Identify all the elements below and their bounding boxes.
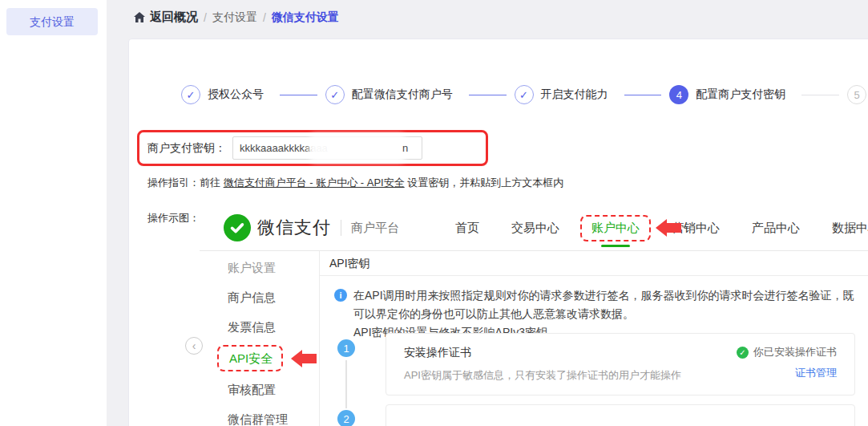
certificate-status-text: 你已安装操作证书 (753, 345, 837, 359)
install-certificate-card: 安装操作证书 API密钥属于敏感信息，只有安装了操作证书的用户才能操作 ✓ 你已… (386, 333, 855, 396)
api-key-info: i 在API调用时用来按照指定规则对你的请求参数进行签名，服务器收到你的请求时会… (320, 276, 868, 342)
demo-nav-links: 首页 交易中心 账户中心 营销中心 产品中心 数据中心 (455, 221, 868, 236)
demo-menu-review-config: 审核配置 (200, 375, 319, 404)
wechat-pay-logo-icon (224, 214, 251, 241)
merchant-key-highlight-box: 商户支付密钥： n (137, 130, 488, 166)
sidebar-item-payment-settings[interactable]: 支付设置 (6, 8, 98, 35)
stepper-connector (801, 95, 839, 95)
step-enable-payment: ✓ 开启支付能力 (515, 85, 616, 104)
wechat-pay-setup-card: ✓ 授权公众号 ✓ 配置微信支付商户号 ✓ 开启支付能力 4 配置商户支付密钥 … (128, 39, 868, 426)
merchant-key-label: 商户支付密钥： (147, 141, 226, 156)
red-arrow-icon (656, 219, 681, 237)
merchant-platform-demo-screenshot: 微信支付 商户平台 首页 交易中心 账户中心 营销中心 产品中心 数据中 (200, 205, 868, 426)
demo-menu-merchant-info: 商户信息 (200, 282, 319, 312)
demo-logo-text: 微信支付 (257, 216, 331, 240)
merchant-key-input-wrap: n (232, 136, 422, 160)
nav-divider (341, 220, 341, 236)
demo-nav-account-center-label: 账户中心 (591, 221, 640, 234)
breadcrumb-parent-link[interactable]: 支付设置 (212, 10, 257, 25)
demo-portal-label: 商户平台 (351, 221, 399, 236)
step-check-icon: ✓ (515, 85, 534, 104)
step-authorize-official-account: ✓ 授权公众号 (181, 85, 272, 104)
carousel-prev-button[interactable]: ‹ (185, 337, 203, 355)
demo-nav-product-center: 产品中心 (752, 221, 800, 236)
step-number: 4 (669, 85, 688, 104)
stepper-connector (624, 95, 662, 95)
demo-menu-api-security: API安全 (217, 345, 283, 371)
active-tab-underline (601, 245, 630, 247)
step-configure-payment-key: 4 配置商户支付密钥 (669, 85, 793, 104)
step-label: 开启支付能力 (541, 87, 608, 102)
card-description: API密钥属于敏感信息，只有安装了操作证书的用户才能操作 (404, 368, 837, 383)
merchant-key-input[interactable] (232, 136, 422, 160)
stepper-connector (469, 95, 507, 95)
breadcrumb-current[interactable]: 微信支付设置 (272, 10, 339, 25)
step-label: 配置微信支付商户号 (352, 87, 453, 102)
next-step-card (386, 404, 855, 426)
timeline-connector (345, 360, 347, 408)
demo-side-menu: 账户设置 商户信息 发票信息 API安全 审核配置 微信群管理 (200, 251, 320, 426)
step-label: 授权公众号 (208, 87, 264, 102)
guide-prefix: 前往 (200, 176, 224, 189)
demo-content-panel: API密钥 i 在API调用时用来按照指定规则对你的请求参数进行签名，服务器收到… (320, 251, 868, 426)
demo-top-nav: 微信支付 商户平台 首页 交易中心 账户中心 营销中心 产品中心 数据中 (200, 205, 868, 251)
stepper-connector (280, 95, 317, 95)
api-key-panel-title: API密钥 (320, 251, 868, 276)
info-line-1: 在API调用时用来按照指定规则对你的请求参数进行签名，服务器收到你的请求时会进行… (353, 286, 857, 323)
left-sidebar: 支付设置 (0, 0, 107, 426)
certificate-manage-link: 证书管理 (795, 366, 837, 380)
red-arrow-icon (291, 350, 317, 367)
demo-menu-api-security-label: API安全 (229, 351, 273, 365)
breadcrumb: 返回概况 / 支付设置 / 微信支付设置 (133, 10, 339, 25)
demo-image-label: 操作示图： (147, 211, 200, 225)
home-icon (133, 11, 146, 24)
guide-suffix: 设置密钥，并粘贴到上方文本框内 (405, 176, 564, 189)
setup-stepper: ✓ 授权公众号 ✓ 配置微信支付商户号 ✓ 开启支付能力 4 配置商户支付密钥 … (181, 85, 866, 104)
demo-nav-home: 首页 (455, 221, 479, 236)
operation-guide: 操作指引：前往 微信支付商户平台 - 账户中心 - API安全 设置密钥，并粘贴… (147, 176, 563, 190)
demo-step-1-badge: 1 (337, 339, 355, 357)
success-check-icon: ✓ (737, 347, 749, 359)
breadcrumb-home-label: 返回概况 (150, 10, 198, 25)
step-label: 配置商户支付密钥 (696, 87, 785, 102)
chevron-left-icon: ‹ (192, 339, 196, 352)
step-check-icon: ✓ (325, 85, 345, 104)
demo-step-2-badge: 2 (337, 410, 355, 426)
step-five: 5 (847, 85, 866, 104)
step-configure-merchant-id: ✓ 配置微信支付商户号 (325, 85, 461, 104)
certificate-status: ✓ 你已安装操作证书 (737, 345, 837, 359)
breadcrumb-separator: / (263, 11, 266, 24)
demo-menu-account-settings: 账户设置 (200, 253, 319, 282)
step-check-icon: ✓ (181, 85, 200, 104)
demo-nav-data-center: 数据中心 (832, 221, 868, 236)
main-area: 返回概况 / 支付设置 / 微信支付设置 ✓ 授权公众号 ✓ 配置微信支付商户号… (107, 0, 868, 426)
demo-menu-invoice-info: 发票信息 (200, 312, 319, 342)
demo-nav-account-center: 账户中心 (580, 215, 651, 241)
demo-menu-wechat-group: 微信群管理 (200, 404, 319, 426)
merchant-platform-path-link[interactable]: 微信支付商户平台 - 账户中心 - API安全 (224, 176, 405, 189)
demo-nav-transaction-center: 交易中心 (511, 221, 559, 236)
guide-label: 操作指引： (147, 176, 200, 189)
breadcrumb-separator: / (204, 11, 207, 24)
back-to-overview-link[interactable]: 返回概况 (133, 10, 198, 25)
info-icon: i (334, 289, 347, 302)
step-number: 5 (847, 85, 866, 104)
